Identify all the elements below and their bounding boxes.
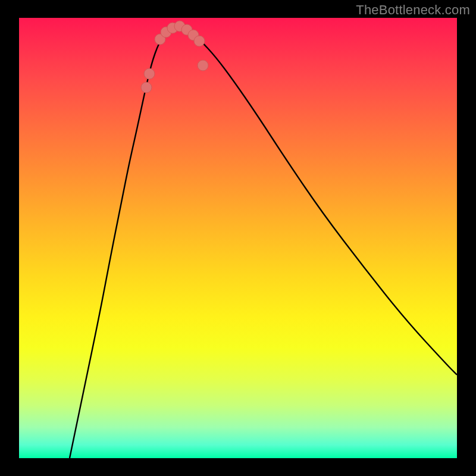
watermark-text: TheBottleneck.com bbox=[356, 2, 470, 18]
highlight-marker bbox=[144, 68, 155, 79]
curve-left-branch bbox=[70, 26, 178, 458]
highlight-markers bbox=[141, 21, 208, 93]
curve-group bbox=[70, 26, 457, 458]
curve-right-branch bbox=[178, 26, 457, 375]
chart-frame: TheBottleneck.com bbox=[0, 0, 476, 476]
curve-layer bbox=[19, 18, 457, 458]
highlight-marker bbox=[141, 82, 152, 93]
highlight-marker bbox=[198, 60, 208, 71]
plot-area bbox=[19, 18, 457, 458]
highlight-marker bbox=[194, 36, 205, 46]
